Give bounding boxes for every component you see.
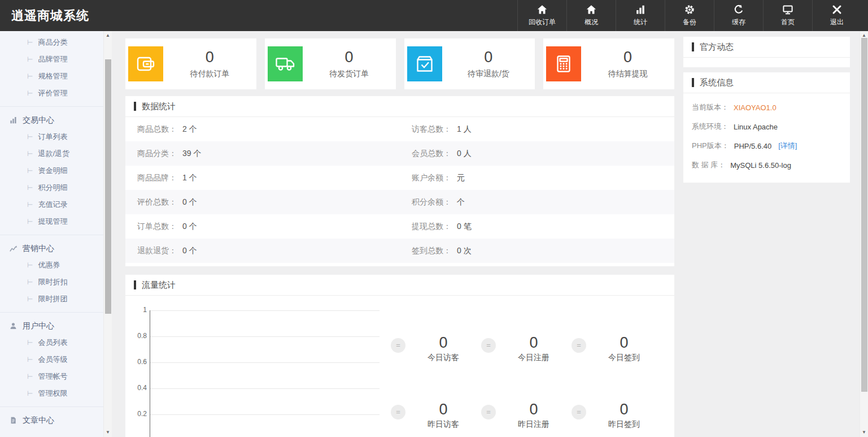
traffic-stats: = 0今日访客 = 0今日注册 = 0今日签到 = 0昨日访客 = (391, 334, 668, 437)
stat-label: 退款退货： (137, 246, 177, 256)
sidebar-item-flash-discount[interactable]: ⊢限时折扣 (0, 274, 112, 291)
right-column: 官方动态 系统信息 当前版本： XIAOYAO1.0 系统环境： Linux A… (683, 31, 850, 183)
sidebar-item-brand-management[interactable]: ⊢品牌管理 (0, 51, 112, 68)
tree-branch-icon: ⊢ (27, 295, 33, 303)
scroll-down-icon[interactable]: ▼ (104, 429, 112, 436)
sidebar-item-label: 会员列表 (38, 338, 67, 347)
scroll-up-icon[interactable]: ▲ (104, 32, 112, 40)
panel-header: 官方动态 (683, 37, 850, 58)
sidebar-section-label: 营销中心 (23, 240, 54, 257)
page-scrollbar-thumb[interactable] (861, 38, 867, 392)
sidebar-item-recharge-records[interactable]: ⊢充值记录 (0, 196, 112, 213)
card-pending-settlement[interactable]: 0 待结算提现 (543, 38, 674, 89)
equals-icon: = (391, 338, 405, 353)
app-title: 逍遥商城系统 (0, 7, 89, 24)
stat-label: 昨日签到 (586, 419, 662, 430)
nav-cache[interactable]: 缓存 (714, 0, 763, 31)
stat-value: 0 (405, 401, 481, 418)
data-statistics-rows: 商品总数：2 个 访客总数：1 人 商品分类：39 个 会员总数：0 人 商品品… (125, 117, 674, 263)
card-value: 0 (581, 49, 674, 66)
sidebar-scrollbar-thumb[interactable] (105, 59, 111, 314)
equals-icon: = (572, 405, 586, 419)
sidebar-item-coupon[interactable]: ⊢优惠券 (0, 257, 112, 274)
tree-branch-icon: ⊢ (27, 55, 33, 63)
wallet-icon (128, 46, 163, 81)
sidebar-item-spec-management[interactable]: ⊢规格管理 (0, 68, 112, 85)
sidebar-item-fund-details[interactable]: ⊢资金明细 (0, 162, 112, 179)
nav-overview[interactable]: 概况 (566, 0, 616, 31)
sidebar-item-review-management[interactable]: ⊢评价管理 (0, 85, 112, 102)
nav-recycle-orders[interactable]: 回收订单 (517, 0, 566, 31)
nav-item-label: 首页 (781, 18, 795, 27)
system-info-rows: 当前版本： XIAOYAO1.0 系统环境： Linux Apache PHP版… (683, 93, 850, 175)
sidebar-item-member-list[interactable]: ⊢会员列表 (0, 334, 112, 351)
data-statistics-panel: 数据统计 商品总数：2 个 访客总数：1 人 商品分类：39 个 会员总数：0 … (125, 96, 674, 266)
stat-today-visitors: = 0今日访客 (391, 334, 481, 363)
calculator-icon (546, 46, 581, 81)
nav-backup[interactable]: 备份 (665, 0, 714, 31)
sidebar-divider (0, 235, 112, 235)
nav-logout[interactable]: 退出 (812, 0, 861, 31)
sidebar-item-order-list[interactable]: ⊢订单列表 (0, 128, 112, 145)
scroll-down-icon[interactable]: ▼ (860, 429, 868, 436)
page-scrollbar[interactable]: ▲ ▼ (860, 31, 868, 437)
official-news-panel: 官方动态 (683, 37, 850, 67)
sidebar-item-points-details[interactable]: ⊢积分明细 (0, 179, 112, 196)
card-pending-payment[interactable]: 0 待付款订单 (125, 38, 256, 89)
stat-yesterday-checkins: = 0昨日签到 (572, 401, 662, 430)
sidebar-item-label: 充值记录 (38, 200, 67, 209)
sidebar-item-product-category[interactable]: ⊢商品分类 (0, 34, 112, 51)
y-axis-line (150, 310, 150, 437)
nav-statistics[interactable]: 统计 (616, 0, 665, 31)
sidebar-item-refund-return[interactable]: ⊢退款/退货 (0, 145, 112, 162)
sidebar-section-marketing-center[interactable]: 营销中心 (0, 240, 112, 257)
truck-icon (268, 46, 303, 81)
panel-header: 系统信息 (683, 72, 850, 93)
sys-label: PHP版本： (692, 141, 729, 151)
sidebar-item-member-level[interactable]: ⊢会员等级 (0, 351, 112, 368)
panel-title: 官方动态 (700, 42, 734, 53)
refresh-icon (733, 4, 744, 15)
panel-header: 数据统计 (125, 96, 674, 117)
y-axis-tick: 0.2 (129, 410, 147, 418)
bar-chart-icon (9, 116, 18, 124)
system-info-panel: 系统信息 当前版本： XIAOYAO1.0 系统环境： Linux Apache… (683, 72, 850, 183)
sidebar-scrollbar[interactable]: ▲ ▼ (103, 31, 112, 437)
sidebar-section-article-center[interactable]: 文章中心 (0, 412, 112, 429)
sidebar-section-user-center[interactable]: 用户中心 (0, 317, 112, 334)
stat-value: 个 (457, 197, 465, 207)
panel-title: 系统信息 (700, 77, 734, 88)
sys-label: 数 据 库： (692, 160, 725, 170)
details-link[interactable]: [详情] (778, 141, 797, 151)
card-pending-shipment[interactable]: 0 待发货订单 (265, 38, 396, 89)
sidebar-item-label: 资金明细 (38, 166, 67, 175)
article-icon (9, 416, 18, 425)
user-icon (9, 322, 18, 330)
php-version: PHP/5.6.40 (734, 142, 772, 150)
stat-value: 1 个 (182, 173, 197, 183)
tree-branch-icon: ⊢ (27, 261, 33, 269)
card-pending-refund-review[interactable]: 0 待审退款/货 (404, 38, 535, 89)
sidebar-item-admin-permission[interactable]: ⊢管理权限 (0, 385, 112, 402)
sidebar-item-group-buy[interactable]: ⊢限时拼团 (0, 291, 112, 308)
stat-label: 商品分类： (137, 149, 177, 159)
stat-today-checkins: = 0今日签到 (572, 334, 662, 363)
tree-branch-icon: ⊢ (27, 150, 33, 158)
stat-label: 订单总数： (137, 222, 177, 232)
title-bar-icon (134, 102, 136, 111)
nav-item-label: 缓存 (732, 18, 745, 27)
sidebar-item-label: 管理权限 (38, 389, 67, 397)
equals-icon: = (481, 338, 496, 353)
sidebar-item-admin-account[interactable]: ⊢管理帐号 (0, 368, 112, 385)
main-content: 0 待付款订单 0 待发货订单 0 待审退款/货 0 待结算提现 (125, 31, 674, 437)
sidebar-section-label: 用户中心 (23, 317, 54, 334)
sidebar-item-label: 品牌管理 (38, 55, 67, 63)
sidebar-section-trade-center[interactable]: 交易中心 (0, 111, 112, 128)
tree-branch-icon: ⊢ (27, 184, 33, 192)
table-row: 退款退货：0 个 签到总数：0 次 (125, 239, 674, 263)
sidebar-item-label: 限时拼团 (38, 295, 67, 303)
sidebar-item-withdrawal-management[interactable]: ⊢提现管理 (0, 213, 112, 230)
stat-value: 0 个 (182, 197, 197, 207)
card-label: 待发货订单 (303, 69, 396, 79)
nav-homepage[interactable]: 首页 (763, 0, 812, 31)
